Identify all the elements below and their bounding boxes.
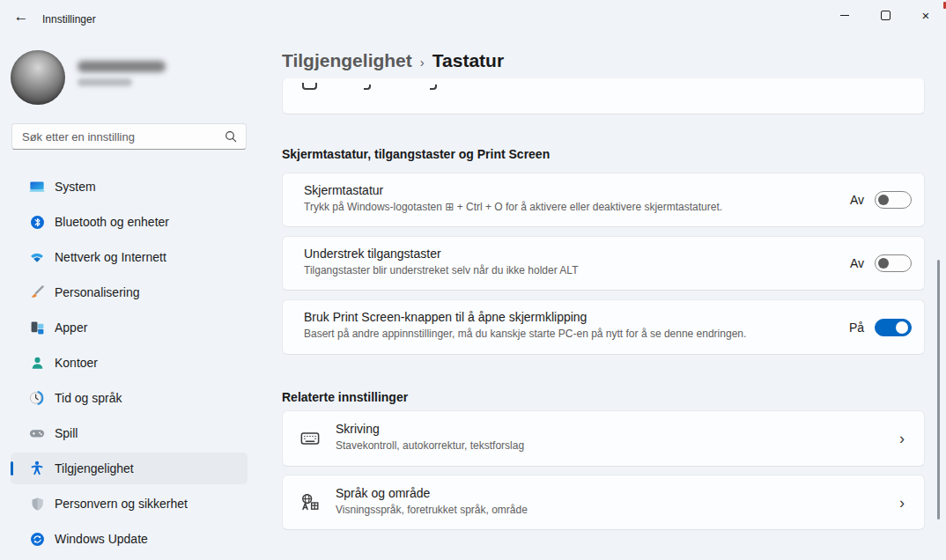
page-title: Tastatur: [432, 50, 504, 71]
breadcrumb-separator-icon: ›: [420, 53, 425, 70]
sidebar-item-accounts[interactable]: Kontoer: [11, 347, 248, 379]
row-text: Understrek tilgangstaster Tilgangstaster…: [304, 247, 578, 276]
user-email-redacted: [78, 78, 132, 86]
network-icon: [29, 249, 45, 265]
sidebar-item-windows-update[interactable]: Windows Update: [11, 523, 248, 555]
sidebar-item-label: Personvern og sikkerhet: [55, 497, 188, 511]
sidebar-item-label: Windows Update: [55, 532, 148, 546]
language-globe-icon: [300, 493, 320, 512]
accounts-person-icon: [29, 355, 45, 371]
clipped-text-fragment: [364, 85, 371, 90]
toggle-knob: [878, 195, 889, 205]
close-button[interactable]: ×: [905, 0, 946, 30]
sidebar-item-apps[interactable]: Apper: [11, 312, 248, 343]
row-controls: Av: [850, 237, 912, 290]
minimize-button[interactable]: [824, 0, 865, 30]
sidebar-item-label: Personalisering: [55, 285, 140, 299]
avatar: [11, 50, 65, 105]
setting-title: Bruk Print Screen-knappen til å åpne skj…: [304, 310, 746, 324]
row-controls: På: [849, 300, 912, 354]
row-text: Bruk Print Screen-knappen til å åpne skj…: [304, 310, 746, 340]
sidebar-item-label: System: [55, 180, 96, 194]
setting-description: Tilgangstaster blir understreket selv nå…: [304, 264, 578, 276]
setting-row-on-screen-keyboard: Skjermtastatur Trykk på Windows-logotast…: [282, 173, 925, 227]
gaming-controller-icon: [29, 425, 45, 441]
row-controls: Av: [850, 173, 912, 226]
sidebar-item-personalization[interactable]: Personalisering: [11, 276, 248, 308]
toggle-state-label: Av: [850, 256, 864, 270]
chevron-right-icon: ›: [899, 430, 905, 448]
clipped-text-fragment: [430, 85, 437, 90]
system-icon: [29, 179, 45, 195]
chevron-right-icon: ›: [899, 493, 905, 512]
sidebar-item-label: Spill: [55, 426, 78, 440]
setting-description: Trykk på Windows-logotasten ⊞ + Ctrl + O…: [304, 201, 722, 213]
breadcrumb-parent[interactable]: Tilgjengelighet: [282, 50, 412, 71]
search-input[interactable]: [12, 130, 225, 144]
setting-row-underline-access-keys: Understrek tilgangstaster Tilgangstaster…: [282, 236, 925, 291]
link-description: Visningsspråk, foretrukket språk, område: [336, 504, 528, 516]
bluetooth-icon: [29, 214, 45, 230]
user-name-redacted: [78, 61, 166, 72]
toggle-knob: [896, 321, 908, 334]
accessibility-person-icon: [29, 461, 45, 476]
setting-title: Skjermtastatur: [304, 183, 722, 197]
on-screen-keyboard-toggle[interactable]: [875, 191, 912, 209]
sidebar-item-label: Apper: [55, 321, 87, 335]
section-header-keyboard: Skjermtastatur, tilgangstaster og Print …: [282, 147, 550, 161]
setting-row-print-screen: Bruk Print Screen-knappen til å åpne skj…: [282, 299, 925, 355]
window-title: Innstillinger: [42, 13, 96, 26]
sidebar-item-network[interactable]: Nettverk og Internett: [11, 241, 248, 273]
toggle-state-label: På: [849, 321, 864, 335]
row-text: Skjermtastatur Trykk på Windows-logotast…: [304, 183, 722, 213]
clipped-settings-row: [282, 77, 925, 114]
back-button[interactable]: ←: [7, 4, 35, 29]
windows-update-icon: [29, 531, 45, 547]
link-row-typing[interactable]: Skriving Stavekontroll, autokorrektur, t…: [282, 410, 925, 467]
print-screen-snipping-toggle[interactable]: [875, 319, 912, 336]
row-text: Språk og område Visningsspråk, foretrukk…: [336, 486, 528, 516]
sidebar-item-time-language[interactable]: Tid og språk: [11, 382, 248, 414]
link-title: Språk og område: [336, 486, 528, 500]
section-header-related: Relaterte innstillinger: [282, 390, 408, 404]
setting-title: Understrek tilgangstaster: [304, 247, 578, 261]
toggle-state-label: Av: [850, 193, 864, 207]
window-controls: ×: [824, 0, 946, 30]
link-title: Skriving: [336, 422, 524, 436]
sidebar-item-label: Bluetooth og enheter: [55, 215, 169, 229]
apps-icon: [29, 320, 45, 335]
setting-description: Basert på andre appinnstillinger, må du …: [304, 328, 746, 340]
link-row-language-region[interactable]: Språk og område Visningsspråk, foretrukk…: [282, 475, 925, 530]
sidebar-item-gaming[interactable]: Spill: [11, 417, 248, 449]
link-description: Stavekontroll, autokorrektur, tekstforsl…: [336, 439, 524, 452]
sidebar-item-system[interactable]: System: [11, 171, 248, 203]
selected-indicator: [11, 461, 13, 475]
search-icon: [225, 130, 237, 143]
search-box: [11, 123, 247, 150]
time-language-clock-icon: [29, 390, 45, 406]
sidebar-item-label: Nettverk og Internett: [55, 250, 166, 264]
sidebar-item-label: Tid og språk: [55, 391, 122, 405]
underline-access-keys-toggle[interactable]: [875, 254, 912, 272]
breadcrumb: Tilgjengelighet › Tastatur: [282, 50, 504, 71]
row-text: Skriving Stavekontroll, autokorrektur, t…: [336, 422, 524, 452]
personalization-brush-icon: [29, 284, 45, 300]
sidebar-item-bluetooth[interactable]: Bluetooth og enheter: [11, 206, 248, 238]
typing-keyboard-icon: [300, 429, 320, 448]
sidebar-item-accessibility[interactable]: Tilgjengelighet: [11, 453, 248, 484]
sidebar-item-label: Kontoer: [55, 356, 98, 370]
maximize-button[interactable]: [865, 0, 905, 30]
toggle-knob: [878, 258, 889, 269]
sidebar-item-label: Tilgjengelighet: [55, 461, 134, 475]
minimize-icon: [840, 15, 849, 16]
maximize-icon: [881, 11, 891, 20]
scrollbar-thumb[interactable]: [937, 260, 940, 519]
sidebar-item-privacy[interactable]: Personvern og sikkerhet: [11, 488, 248, 519]
close-icon: ×: [922, 9, 930, 22]
privacy-shield-icon: [29, 496, 45, 512]
clipped-icon-fragment: [302, 83, 317, 90]
